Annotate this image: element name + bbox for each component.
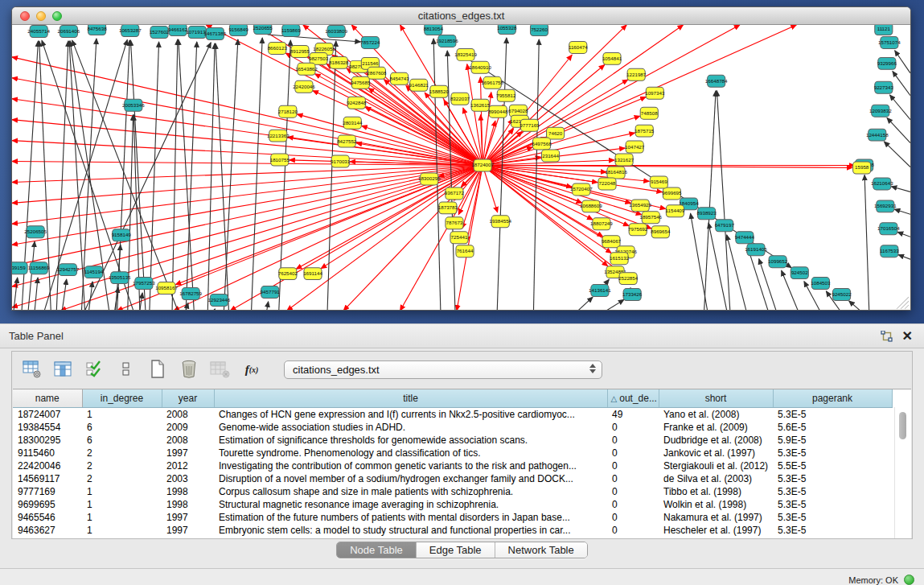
table-cell[interactable]: 0 bbox=[607, 434, 659, 447]
table-row[interactable]: 2242004622012Investigating the contribut… bbox=[13, 459, 892, 472]
table-cell[interactable]: Stergiakouli et al. (2012) bbox=[659, 459, 773, 472]
scrollbar-thumb[interactable] bbox=[899, 412, 906, 439]
table-cell[interactable]: 5.9E-5 bbox=[773, 434, 892, 447]
show-columns-icon[interactable] bbox=[53, 359, 74, 380]
table-cell[interactable]: Changes of HCN gene expression and I(f) … bbox=[214, 407, 607, 421]
table-cell[interactable]: Dudbridge et al. (2008) bbox=[659, 434, 773, 447]
column-header-short[interactable]: short bbox=[659, 389, 773, 407]
table-cell[interactable]: 0 bbox=[607, 524, 659, 537]
table-cell[interactable]: 6 bbox=[82, 434, 162, 447]
table-row[interactable]: 1872400712008Changes of HCN gene express… bbox=[13, 407, 892, 421]
column-header-out-de-[interactable]: △out_de... bbox=[607, 389, 659, 407]
edge[interactable] bbox=[895, 51, 910, 73]
edge[interactable] bbox=[898, 255, 910, 260]
edge[interactable] bbox=[891, 187, 910, 192]
table-cell[interactable]: Tibbo et al. (1998) bbox=[659, 485, 773, 498]
table-cell[interactable]: de Silva et al. (2003) bbox=[659, 472, 773, 485]
tab-node-table[interactable]: Node Table bbox=[337, 542, 417, 558]
edge[interactable] bbox=[897, 232, 910, 237]
delete-column-icon[interactable] bbox=[179, 359, 199, 380]
edge[interactable] bbox=[35, 278, 38, 311]
table-cell[interactable]: Corpus callosum shape and size in male p… bbox=[214, 485, 607, 498]
table-row[interactable]: 1456911722003Disruption of a novel membe… bbox=[13, 472, 892, 485]
table-cell[interactable]: 18724007 bbox=[13, 407, 82, 421]
edge[interactable] bbox=[578, 297, 593, 311]
table-cell[interactable]: 1 bbox=[82, 498, 162, 511]
edge[interactable] bbox=[864, 175, 869, 311]
column-header-pagerank[interactable]: pagerank bbox=[773, 389, 892, 407]
edge[interactable] bbox=[887, 117, 910, 142]
table-cell[interactable]: 1 bbox=[82, 524, 162, 537]
zoom-window-button[interactable] bbox=[52, 11, 62, 21]
table-cell[interactable]: Jankovic et al. (1997) bbox=[659, 447, 773, 459]
table-cell[interactable]: Estimation of the future numbers of pati… bbox=[214, 511, 607, 524]
table-cell[interactable]: Estimation of significance thresholds fo… bbox=[214, 434, 607, 447]
edge[interactable] bbox=[172, 39, 178, 311]
edge[interactable] bbox=[483, 25, 740, 166]
table-cell[interactable]: 2008 bbox=[162, 434, 214, 447]
edge[interactable] bbox=[28, 241, 35, 311]
table-cell[interactable]: 9777169 bbox=[13, 485, 82, 498]
edge[interactable] bbox=[849, 301, 860, 311]
table-cell[interactable]: Structural magnetic resonance image aver… bbox=[214, 498, 607, 511]
function-builder-icon[interactable]: f(x) bbox=[241, 359, 262, 380]
table-cell[interactable]: 5.3E-5 bbox=[773, 524, 892, 537]
table-cell[interactable]: 0 bbox=[607, 485, 659, 498]
network-canvas[interactable]: 2405571420691406847563810653287152760294… bbox=[12, 25, 910, 311]
table-cell[interactable]: Tourette syndrome. Phenomenology and cla… bbox=[214, 447, 607, 459]
float-window-icon[interactable] bbox=[881, 331, 893, 342]
table-row[interactable]: 911546021997Tourette syndrome. Phenomeno… bbox=[13, 447, 892, 459]
table-vertical-scrollbar[interactable] bbox=[898, 409, 908, 538]
table-cell[interactable]: 2 bbox=[82, 459, 162, 472]
edge[interactable] bbox=[748, 247, 768, 311]
table-cell[interactable]: 5.3E-5 bbox=[773, 498, 892, 511]
table-cell[interactable]: Disruption of a novel member of a sodium… bbox=[214, 472, 607, 485]
row-selection-icon[interactable] bbox=[84, 359, 105, 380]
table-cell[interactable]: 9115460 bbox=[13, 447, 82, 459]
create-column-icon[interactable] bbox=[147, 359, 168, 380]
table-cell[interactable]: 1997 bbox=[162, 511, 214, 524]
table-cell[interactable]: 2 bbox=[82, 447, 162, 459]
table-row[interactable]: 1938455462009Genome-wide association stu… bbox=[13, 421, 892, 434]
edge[interactable] bbox=[130, 40, 145, 311]
edge[interactable] bbox=[894, 209, 910, 214]
table-cell[interactable]: 0 bbox=[607, 511, 659, 524]
table-cell[interactable]: 22420046 bbox=[13, 459, 82, 472]
column-header-year[interactable]: year bbox=[162, 389, 214, 407]
table-cell[interactable]: 0 bbox=[607, 421, 659, 434]
table-cell[interactable]: 5.3E-5 bbox=[773, 472, 892, 485]
table-cell[interactable]: 2009 bbox=[162, 421, 214, 434]
table-row[interactable]: 969969511998Structural magnetic resonanc… bbox=[13, 498, 892, 511]
table-cell[interactable]: 0 bbox=[607, 459, 659, 472]
table-cell[interactable]: 0 bbox=[607, 472, 659, 485]
table-cell[interactable]: Embryonic stem cells: a model to study s… bbox=[214, 524, 607, 537]
table-cell[interactable]: 2 bbox=[82, 472, 162, 485]
column-header-name[interactable]: name bbox=[13, 389, 82, 407]
table-cell[interactable]: Yano et al. (2008) bbox=[659, 407, 773, 421]
table-cell[interactable]: 5.3E-5 bbox=[773, 407, 892, 421]
table-cell[interactable]: 0 bbox=[607, 498, 659, 511]
table-select-dropdown[interactable]: citations_edges.txt bbox=[284, 360, 602, 379]
table-cell[interactable]: 9463627 bbox=[13, 524, 82, 537]
table-cell[interactable]: 14569117 bbox=[13, 472, 82, 485]
edge[interactable] bbox=[708, 223, 727, 311]
table-cell[interactable]: 0 bbox=[607, 447, 659, 459]
close-icon[interactable]: ✕ bbox=[902, 330, 913, 343]
edge[interactable] bbox=[12, 57, 483, 166]
table-row[interactable]: 946362711997Embryonic stem cells: a mode… bbox=[13, 524, 892, 537]
table-cell[interactable]: 1 bbox=[82, 485, 162, 498]
table-cell[interactable]: 19384554 bbox=[13, 421, 82, 434]
table-cell[interactable]: 2008 bbox=[162, 407, 214, 421]
tab-edge-table[interactable]: Edge Table bbox=[417, 542, 495, 558]
table-cell[interactable]: Wolkin et al. (1998) bbox=[659, 498, 773, 511]
edge[interactable] bbox=[606, 299, 624, 311]
node-table[interactable]: namein_degreeyeartitle△out_de...shortpag… bbox=[13, 389, 893, 537]
table-cell[interactable]: 1998 bbox=[162, 498, 214, 511]
citation-network-graph[interactable]: 2405571420691406847563810653287152760294… bbox=[12, 25, 910, 311]
edge[interactable] bbox=[268, 35, 361, 42]
table-cell[interactable]: Nakamura et al. (1997) bbox=[659, 511, 773, 524]
table-cell[interactable]: 5.3E-5 bbox=[773, 485, 892, 498]
table-row[interactable]: 977716911998Corpus callosum shape and si… bbox=[13, 485, 892, 498]
table-cell[interactable]: Franke et al. (2009) bbox=[659, 421, 773, 434]
network-window-titlebar[interactable]: citations_edges.txt bbox=[12, 7, 910, 25]
